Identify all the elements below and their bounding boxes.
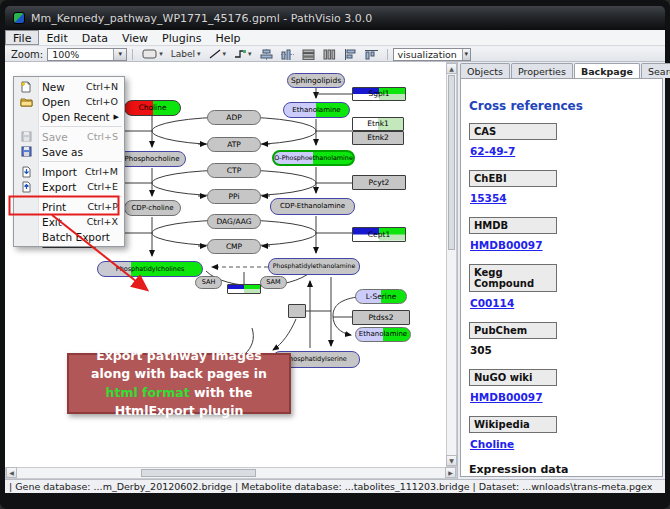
horizontal-scroll-thumb[interactable] [141, 469, 256, 477]
node-ppi[interactable]: PPi [207, 189, 261, 204]
label-tool-button[interactable]: Label▾ [168, 48, 204, 61]
menu-item-label: Open [38, 96, 86, 108]
tab-properties[interactable]: Properties [511, 63, 573, 78]
file-menu-item-export[interactable]: ExportCtrl+E [14, 179, 124, 194]
node-phosphatidylcholines[interactable]: Phosphatidylcholines [97, 261, 203, 277]
node-ptdss2[interactable]: Ptdss2 [352, 310, 410, 325]
menu-file[interactable]: File [5, 30, 39, 45]
node-hidden-gene[interactable] [227, 284, 261, 294]
file-menu-item-print[interactable]: PrintCtrl+P [14, 199, 124, 214]
node-etnk2[interactable]: Etnk2 [352, 131, 404, 145]
xref-section: Kegg CompoundC00114 [469, 264, 654, 309]
node-phosphatidylethanolamine[interactable]: Phosphatidylethanolamine [268, 258, 360, 275]
scroll-down-icon[interactable]: ▼ [446, 455, 457, 466]
menu-item-shortcut: Ctrl+M [85, 166, 124, 177]
xref-link[interactable]: HMDB00097 [470, 391, 654, 403]
align-center-horizontal-button[interactable] [257, 48, 276, 61]
toolbar-separator [132, 49, 133, 60]
xref-link[interactable]: HMDB00097 [470, 239, 654, 251]
file-menu-item-exit[interactable]: ExitCtrl+X [14, 214, 124, 229]
node-ethanolamine[interactable]: Ethanolamine [283, 102, 350, 118]
file-menu-item-open[interactable]: OpenCtrl+O [14, 94, 124, 109]
datanode-tool-button[interactable]: ▾ [139, 48, 166, 61]
menu-plugins[interactable]: Plugins [155, 30, 208, 45]
node-ctp[interactable]: CTP [207, 163, 261, 178]
menu-item-shortcut: Ctrl+N [86, 81, 124, 92]
callout-text-segment: Export pathway images along with back pa… [91, 348, 267, 381]
window-title: Mm_Kennedy_pathway_WP1771_45176.gpml - P… [31, 12, 372, 25]
node-cmp[interactable]: CMP [207, 239, 261, 254]
node-l-serine[interactable]: L-Serine [355, 289, 407, 304]
xref-section: HMDBHMDB00097 [469, 217, 654, 251]
open-folder-icon [14, 96, 38, 107]
file-menu-item-open-recent[interactable]: Open Recent▶ [14, 109, 124, 124]
menu-view[interactable]: View [115, 30, 155, 45]
chevron-down-icon[interactable]: ▾ [462, 49, 470, 60]
node-cdp-choline[interactable]: CDP-choline [124, 200, 181, 216]
tab-objects[interactable]: Objects [460, 63, 510, 78]
xref-section: NuGO wikiHMDB00097 [469, 369, 654, 403]
xref-link[interactable]: C00114 [470, 297, 654, 309]
node-adp[interactable]: ADP [207, 110, 261, 125]
align-center-vertical-button[interactable] [278, 48, 297, 61]
chevron-down-icon: ▾ [159, 50, 163, 58]
node-atp[interactable]: ATP [207, 137, 261, 152]
align-left-button[interactable] [341, 48, 360, 61]
tab-backpage[interactable]: Backpage [574, 63, 640, 78]
connector-tool-button[interactable]: ▾ [231, 48, 255, 61]
xref-value: 305 [470, 344, 654, 356]
file-menu-item-new[interactable]: NewCtrl+N [14, 79, 124, 94]
menu-item-label: Export [38, 181, 87, 193]
xref-title: NuGO wiki [469, 369, 557, 386]
node-cdp-ethanolamine[interactable]: CDP-Ethanolamine [270, 198, 355, 215]
scroll-up-icon[interactable]: ▲ [446, 63, 457, 74]
node-sam[interactable]: SAM [260, 276, 287, 289]
xref-title: HMDB [469, 217, 557, 234]
align-center-y-icon [281, 49, 294, 60]
node-phosphocholine[interactable]: Phosphocholine [118, 151, 186, 167]
vertical-scroll-thumb[interactable] [448, 75, 455, 250]
chevron-down-icon: ▾ [197, 50, 201, 58]
file-menu-item-batch-export[interactable]: Batch Export [14, 229, 124, 244]
xref-link[interactable]: 15354 [470, 192, 654, 204]
file-menu-item-save[interactable]: SaveCtrl+S [14, 129, 124, 144]
node-choline[interactable]: Choline [124, 100, 181, 116]
xref-link[interactable]: Choline [470, 438, 654, 450]
chevron-down-icon[interactable]: ▾ [113, 49, 126, 60]
node-dag-aag[interactable]: DAG/AAG [207, 214, 261, 229]
menu-separator [40, 126, 122, 127]
node-pcyt2[interactable]: Pcyt2 [352, 175, 406, 190]
new-file-icon [14, 81, 38, 93]
menu-data[interactable]: Data [75, 30, 115, 45]
stack-horizontal-button[interactable] [299, 48, 318, 61]
node-o-phosphoethanolamine[interactable]: O-Phosphoethanolamine [272, 150, 355, 166]
node-sah[interactable]: SAH [195, 276, 222, 289]
tab-search[interactable]: Search [641, 63, 670, 78]
node-sphingolipids[interactable]: Sphingolipids [287, 73, 345, 88]
file-menu-item-save-as[interactable]: Save as [14, 144, 124, 159]
line-tool-button[interactable]: ▾ [206, 48, 230, 61]
expression-data-heading: Expression data [469, 463, 654, 476]
visualization-combobox[interactable]: visualization ▾ [393, 48, 471, 61]
align-top-button[interactable] [362, 48, 381, 61]
node-ethanolamine-2[interactable]: Ethanolamine [355, 327, 411, 342]
xref-title: CAS [469, 123, 557, 140]
node-etnk1[interactable]: Etnk1 [352, 117, 404, 131]
xref-link[interactable]: 62-49-7 [470, 145, 654, 157]
stack-vertical-button[interactable] [320, 48, 339, 61]
menu-edit[interactable]: Edit [39, 30, 74, 45]
menu-item-label: New [38, 81, 86, 93]
zoom-combobox[interactable]: 100% ▾ [47, 48, 127, 61]
scroll-left-icon[interactable]: ◀ [6, 467, 17, 478]
menu-help[interactable]: Help [209, 30, 248, 45]
node-hidden-gray[interactable] [288, 304, 306, 318]
scroll-right-icon[interactable]: ▶ [445, 467, 456, 478]
node-cept1[interactable]: Cept1 [352, 227, 406, 242]
canvas-horizontal-scrollbar[interactable]: ◀ ▶ [5, 467, 457, 479]
canvas-vertical-scrollbar[interactable]: ▲ ▼ [446, 62, 457, 467]
node-sgpl1[interactable]: Sgpl1 [352, 87, 406, 101]
annotation-callout: Export pathway images along with back pa… [67, 353, 291, 414]
file-menu-item-import[interactable]: ImportCtrl+M [14, 164, 124, 179]
toolbar: Zoom: 100% ▾ ▾Label▾▾▾ visualization ▾ [5, 47, 665, 62]
chevron-down-icon: ▾ [223, 50, 227, 58]
